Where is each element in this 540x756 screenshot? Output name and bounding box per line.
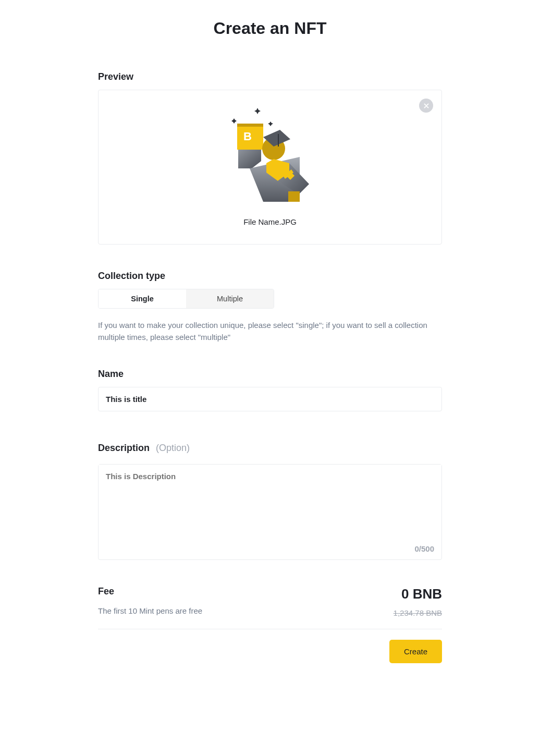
collection-type-single[interactable]: Single (99, 289, 186, 308)
svg-marker-2 (268, 121, 273, 126)
preview-card: B File Name.JPG (98, 90, 442, 245)
svg-rect-4 (237, 124, 263, 127)
fee-row: Fee The first 10 Mint pens are free 0 BN… (98, 586, 442, 629)
svg-marker-6 (238, 150, 261, 168)
svg-marker-1 (231, 118, 237, 124)
preview-label: Preview (98, 71, 442, 82)
name-input[interactable] (98, 387, 442, 411)
fee-original: 1,234.78 BNB (394, 608, 442, 617)
description-input[interactable] (99, 465, 441, 557)
description-option-tag: (Option) (156, 443, 190, 454)
description-char-count: 0/500 (414, 544, 434, 553)
collection-type-multiple[interactable]: Multiple (186, 289, 274, 308)
description-header: Description (Option) (98, 443, 442, 454)
fee-amount: 0 BNB (394, 586, 442, 602)
fee-note: The first 10 Mint pens are free (98, 606, 202, 615)
svg-rect-13 (288, 191, 300, 202)
nft-illustration: B (226, 103, 314, 207)
collection-type-help: If you want to make your collection uniq… (98, 319, 442, 344)
description-wrap: 0/500 (98, 464, 442, 560)
close-icon (423, 103, 429, 109)
svg-marker-0 (254, 108, 261, 114)
collection-type-label: Collection type (98, 271, 442, 282)
fee-label: Fee (98, 586, 202, 597)
description-label: Description (98, 443, 150, 454)
collection-type-toggle: Single Multiple (98, 289, 274, 309)
name-label: Name (98, 369, 442, 380)
svg-text:B: B (243, 130, 252, 143)
svg-rect-15 (278, 134, 279, 147)
preview-filename: File Name.JPG (243, 217, 297, 226)
create-button[interactable]: Create (389, 640, 442, 663)
page-title: Create an NFT (98, 19, 442, 38)
close-button[interactable] (419, 99, 433, 113)
actions-row: Create (98, 640, 442, 663)
